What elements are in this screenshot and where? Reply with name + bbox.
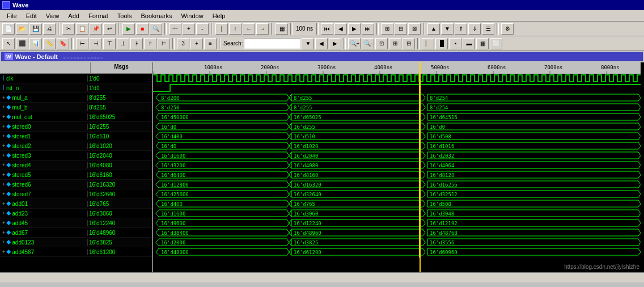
search-next[interactable]: ▶ <box>329 38 341 49</box>
edge6-btn[interactable]: ⊧ <box>144 38 156 49</box>
mark-btn[interactable]: 🔖 <box>57 38 69 49</box>
up-btn[interactable]: ▲ <box>427 23 440 35</box>
edge5-btn[interactable]: ⊦ <box>130 38 143 49</box>
expand-icon[interactable]: + <box>2 114 5 120</box>
disp6[interactable]: ⬜ <box>490 38 502 49</box>
extra-btn[interactable]: ⚙ <box>501 23 514 35</box>
menu-window[interactable]: Window <box>177 11 208 20</box>
signal-row-add67[interactable]: + add67 16'd48960 <box>0 228 152 238</box>
expand-icon[interactable]: + <box>2 104 5 110</box>
signal-row-stored6[interactable]: + stored6 16'd16320 <box>0 180 152 189</box>
zoom-area-btn[interactable]: ⬛ <box>16 38 28 49</box>
print-btn[interactable]: 🖨 <box>43 23 56 35</box>
edge7-btn[interactable]: ⊨ <box>158 38 170 49</box>
signal-row-add4567[interactable]: + add4567 16'd61200 <box>0 247 152 257</box>
step-back-btn[interactable]: ⏮ <box>321 23 333 35</box>
disp4[interactable]: ▬ <box>463 38 475 49</box>
signal-row-stored4[interactable]: + stored4 16'd4080 <box>0 161 152 170</box>
expand-icon[interactable]: + <box>2 153 5 158</box>
t3-btn[interactable]: ≡ <box>204 38 217 49</box>
disp3[interactable]: ▪ <box>449 38 461 49</box>
arrow-right-btn[interactable]: → <box>256 23 269 35</box>
signal-row-stored3[interactable]: + stored3 16'd2040 <box>0 151 152 161</box>
expand-icon[interactable]: + <box>2 249 5 255</box>
step-prev-btn[interactable]: ◀ <box>334 23 347 35</box>
cut-btn[interactable]: ✂ <box>62 23 75 35</box>
zoom-full2[interactable]: ⊞ <box>389 38 401 49</box>
expand-icon[interactable]: + <box>2 182 5 187</box>
pg-up-btn[interactable]: ⇑ <box>455 23 467 35</box>
expand-icon[interactable]: + <box>2 95 5 100</box>
signal-row-mul_a[interactable]: + mul_a 8'd255 <box>0 93 152 103</box>
edge4-btn[interactable]: ⊥ <box>117 38 129 49</box>
open-btn[interactable]: 📂 <box>16 23 28 35</box>
zoom-fit2[interactable]: ⊡ <box>375 38 388 49</box>
run-btn[interactable]: ▶ <box>122 23 135 35</box>
zoom-fit-btn[interactable]: ⊟ <box>395 23 407 35</box>
step-next-btn[interactable]: ▶ <box>348 23 361 35</box>
wave-btn[interactable]: 〰 <box>169 23 181 35</box>
search-dropdown[interactable]: ▼ <box>302 38 314 49</box>
zoom-out-btn[interactable]: - <box>196 23 209 35</box>
search-btn[interactable]: 🔍 <box>150 23 162 35</box>
t1-btn[interactable]: 3 <box>177 38 189 49</box>
signal-row-stored5[interactable]: + stored5 16'd8160 <box>0 170 152 180</box>
zoom-in-btn[interactable]: + <box>183 23 195 35</box>
zoom-full-btn[interactable]: ⊞ <box>381 23 393 35</box>
expand-icon[interactable]: + <box>2 210 5 216</box>
signal-row-add23[interactable]: + add23 16'd3060 <box>0 209 152 218</box>
signal-row-add01[interactable]: + add01 16'd765 <box>0 199 152 209</box>
panel-btn[interactable]: ▦ <box>276 23 288 35</box>
signal-row-stored2[interactable]: + stored2 16'd1020 <box>0 141 152 151</box>
signal-row-mul_b[interactable]: + mul_b 8'd255 <box>0 103 152 112</box>
expand-icon[interactable]: + <box>2 143 5 149</box>
expand-icon[interactable]: + <box>2 172 5 178</box>
waveform-area[interactable]: https://blog.csdn.net/jiyishizhe <box>153 62 644 272</box>
expand-icon[interactable]: + <box>2 230 5 235</box>
signal-row-rst_n[interactable]: ⏐ rst_n 1'd1 <box>0 83 152 93</box>
menu-bookmarks[interactable]: Bookmarks <box>136 11 176 20</box>
disp5[interactable]: ▦ <box>476 38 489 49</box>
zoom-in2[interactable]: 🔍+ <box>348 38 361 49</box>
list-btn[interactable]: ☰ <box>482 23 494 35</box>
step-fwd-btn[interactable]: ⏭ <box>362 23 374 35</box>
paste-btn[interactable]: 📌 <box>90 23 102 35</box>
menu-file[interactable]: File <box>2 11 22 20</box>
expand-icon[interactable]: + <box>2 133 5 139</box>
zoom-sel2[interactable]: ⊟ <box>402 38 415 49</box>
expand-icon[interactable]: + <box>2 162 5 168</box>
ruler-btn[interactable]: 📏 <box>43 38 56 49</box>
zoom-out2[interactable]: 🔍- <box>362 38 374 49</box>
stop-btn[interactable]: ■ <box>136 23 149 35</box>
arrow-up-btn[interactable]: ↑ <box>229 23 242 35</box>
signal-row-add0123[interactable]: + add0123 16'd3825 <box>0 238 152 247</box>
signal-row-clk[interactable]: ⏐ clk 1'd0 <box>0 74 152 83</box>
menu-edit[interactable]: Edit <box>22 11 41 20</box>
cursor-btn[interactable]: | <box>215 23 228 35</box>
pg-dn-btn[interactable]: ⇓ <box>468 23 481 35</box>
select-btn[interactable]: ↖ <box>2 38 15 49</box>
signal-row-stored0[interactable]: + stored0 16'd255 <box>0 122 152 132</box>
save-btn[interactable]: 💾 <box>29 23 42 35</box>
menu-view[interactable]: View <box>41 11 64 20</box>
edge2-btn[interactable]: ⊣ <box>90 38 102 49</box>
signal-row-add45[interactable]: + add45 16'd12240 <box>0 218 152 228</box>
menu-format[interactable]: Format <box>84 11 113 20</box>
disp1[interactable]: ▏ <box>422 38 434 49</box>
new-btn[interactable]: 📄 <box>2 23 15 35</box>
dn-btn[interactable]: ▼ <box>441 23 454 35</box>
menu-help[interactable]: Help <box>208 11 230 20</box>
signal-row-stored1[interactable]: + stored1 16'd510 <box>0 132 152 141</box>
signal-row-stored7[interactable]: + stored7 16'd32640 <box>0 189 152 199</box>
undo-btn[interactable]: ↩ <box>103 23 116 35</box>
copy-btn[interactable]: 📋 <box>76 23 88 35</box>
expand-icon[interactable]: + <box>2 191 5 197</box>
zoom-sel-btn[interactable]: ⊠ <box>408 23 421 35</box>
wave-tool-btn[interactable]: 📊 <box>29 38 42 49</box>
expand-icon[interactable]: + <box>2 201 5 206</box>
signal-row-mul_out[interactable]: + mul_out 16'd65025 <box>0 112 152 122</box>
disp2[interactable]: █ <box>435 38 448 49</box>
search-input[interactable] <box>244 39 300 49</box>
expand-icon[interactable]: + <box>2 124 5 129</box>
edge3-btn[interactable]: ⊤ <box>103 38 116 49</box>
